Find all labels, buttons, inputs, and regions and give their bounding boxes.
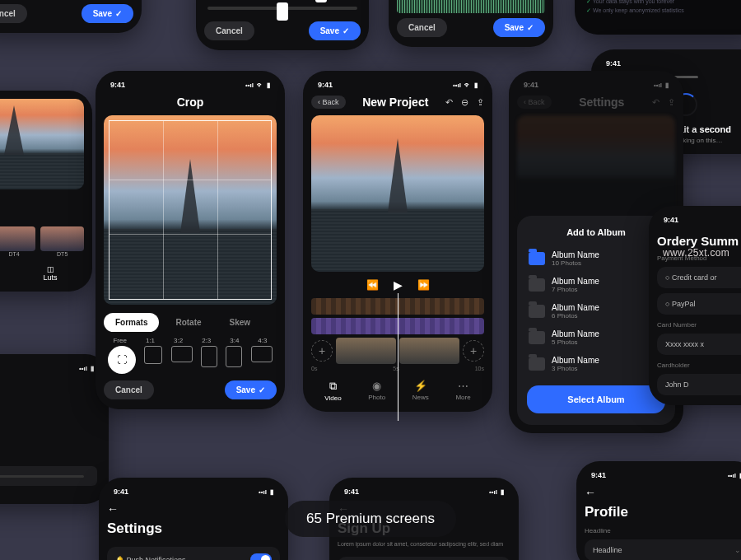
back-icon[interactable]: ← [107, 502, 280, 516]
screen-checklist: Lorem ipsum dolor sit amet consectetur Y… [575, 0, 741, 35]
tab-formats[interactable]: Formats [104, 313, 159, 332]
page-title: Crop [104, 96, 277, 109]
tab-news[interactable]: ⚡News [412, 380, 429, 402]
tab-rotate[interactable]: Rotate [164, 313, 212, 332]
audio-wave[interactable] [397, 0, 545, 13]
screen-luts: M.Muster M.Muster DT3 DT4 DT5 ▦Presets ◫… [0, 91, 92, 292]
minus-icon[interactable]: ⊖ [461, 97, 468, 108]
album-item[interactable]: Album Name5 Photos [527, 324, 665, 351]
tab-skew[interactable]: Skew [218, 313, 263, 332]
save-button[interactable]: Save ✓ [309, 21, 361, 40]
payment-paypal[interactable]: ○ PayPal [657, 293, 741, 315]
cancel-button[interactable]: Cancel [204, 21, 254, 40]
folder-icon [529, 252, 545, 265]
screen-order-summary: 9:41••ıl▮ Ordery Summ Payment Method ○ C… [649, 206, 741, 405]
watermark: www.25xt.com [663, 247, 729, 259]
ratio-2-3[interactable] [201, 346, 217, 367]
rewind-icon[interactable]: ⏪ [366, 279, 379, 291]
screen-exposure: +55 Cancel Save ✓ [196, 0, 369, 50]
screen-settings: 9:41••ıl▮ ← Settings 🔔 Push Notification… [99, 478, 288, 560]
page-title: Ordery Summ [657, 234, 741, 248]
crop-overlay[interactable] [109, 120, 272, 300]
headline-field[interactable]: Headline⌄ [585, 539, 741, 560]
facebook-button[interactable]: Facebook [338, 557, 510, 560]
card-holder[interactable]: John D [657, 374, 741, 395]
cancel-button[interactable]: Cancel [0, 4, 27, 23]
check-icon: ✓ [115, 9, 122, 18]
play-icon[interactable]: ▶ [394, 278, 403, 292]
album-item[interactable]: Album Name10 Photos ✓ [527, 245, 665, 272]
tab-photo[interactable]: ◉Photo [368, 380, 385, 402]
folder-icon [529, 305, 545, 318]
list-item: We only keep anonymized statistics [586, 7, 741, 14]
video-clip[interactable] [399, 338, 459, 364]
toggle[interactable] [250, 553, 272, 560]
video-clip[interactable] [336, 338, 396, 364]
save-button[interactable]: Save ✓ [225, 380, 277, 399]
video-icon: ⧉ [324, 380, 341, 393]
save-button[interactable]: Save ✓ [493, 18, 545, 37]
album-item[interactable]: Album Name3 Photos [527, 351, 665, 377]
folder-icon [529, 331, 545, 344]
back-button[interactable]: ‹ Back [311, 96, 346, 109]
forward-icon[interactable]: ⏩ [417, 279, 430, 291]
camera-icon: ◉ [368, 380, 385, 392]
ratio-free[interactable]: ⛶ [108, 346, 136, 374]
tab-presets[interactable]: ▦Presets [0, 265, 12, 282]
add-clip-button[interactable]: + [463, 340, 484, 362]
slider-knob[interactable] [277, 2, 288, 21]
save-button[interactable]: Save ✓ [82, 4, 133, 23]
ratio-4-3[interactable] [251, 346, 273, 362]
list-item: Your data stays with you forever [586, 0, 741, 5]
expand-icon: ⛶ [117, 354, 127, 366]
bolt-icon: ⚡ [412, 380, 429, 392]
tab-luts[interactable]: ◫Luts [16, 265, 84, 282]
push-row[interactable]: 🔔 Push Notifications [107, 547, 280, 560]
headline-pill: 65 Premium screens [285, 501, 456, 537]
screen-color-sliders: Farbton Sättigung Luminanz Cancel Save ✓ [0, 0, 142, 33]
page-title: New Project [351, 96, 440, 109]
add-clip-button[interactable]: + [311, 340, 333, 362]
tab-more[interactable]: ⋯More [455, 380, 470, 402]
ratio-3-4[interactable] [226, 346, 242, 367]
slider-knob[interactable]: +55 [315, 0, 327, 2]
sheet-title: Add to Album [527, 227, 665, 237]
undo-icon[interactable]: ↶ [445, 97, 453, 108]
album-item[interactable]: Album Name7 Photos [527, 272, 665, 298]
cancel-button[interactable]: Cancel [397, 18, 447, 37]
playhead[interactable] [398, 293, 398, 421]
screen-new-project: 9:41••ılᯤ▮ ‹ Back New Project ↶ ⊖ ⇪ ⏪ ▶ … [303, 71, 492, 412]
tab-video[interactable]: ⧉Video [324, 380, 341, 402]
payment-credit[interactable]: ○ Credit card or [657, 267, 741, 288]
cancel-button[interactable]: Cancel [104, 380, 154, 399]
back-icon[interactable]: ← [585, 486, 741, 499]
screen-profile: 9:41••ıl▮ ← Profile Headline Headline⌄ [576, 461, 741, 560]
screen-typography: ••ıl▮ Ee [0, 354, 109, 504]
page-title: Settings [107, 520, 280, 537]
share-icon[interactable]: ⇪ [477, 97, 484, 108]
screen-crop: 9:41••ılᯤ▮ Crop Formats Rotate Skew Free… [96, 71, 285, 409]
dots-icon: ⋯ [455, 380, 470, 392]
folder-icon [529, 357, 545, 371]
album-item[interactable]: Album Name6 Photos [527, 298, 665, 324]
ratio-1-1[interactable] [144, 346, 162, 364]
screen-audio-clips: Cancel Save ✓ [389, 0, 553, 47]
select-album-button[interactable]: Select Album [527, 385, 665, 413]
ratio-3-2[interactable] [171, 346, 193, 362]
check-icon: ✓ [259, 385, 265, 394]
folder-icon [529, 278, 545, 292]
card-number[interactable]: Xxxx xxxx x [657, 334, 741, 355]
page-title: Profile [585, 504, 741, 520]
